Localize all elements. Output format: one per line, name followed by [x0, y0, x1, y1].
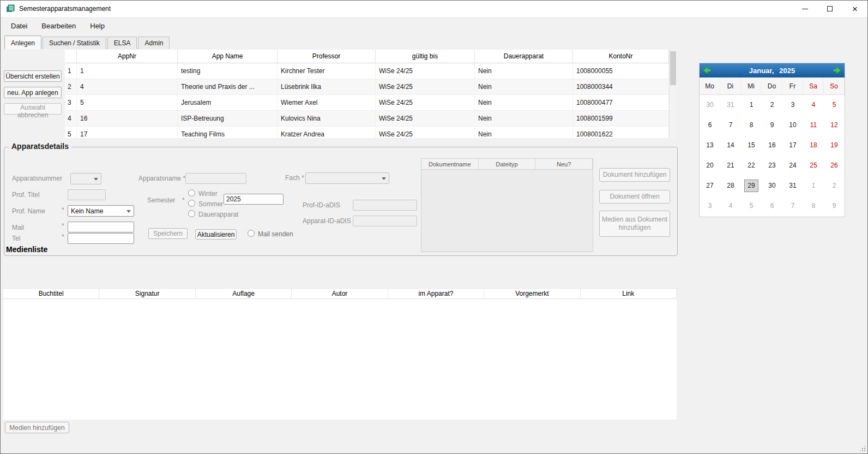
- prof-id-adis-input[interactable]: [353, 200, 417, 211]
- titlebar[interactable]: Semesterapparatsmanagement ×: [1, 1, 867, 17]
- calendar-day[interactable]: 4: [803, 95, 824, 115]
- apparatsnummer-select[interactable]: [70, 173, 101, 184]
- aktualisieren-button[interactable]: Aktualisieren: [195, 229, 237, 240]
- col-app-name[interactable]: App Name: [178, 50, 278, 63]
- calendar-day[interactable]: 31: [720, 95, 741, 115]
- calendar-day[interactable]: 8: [803, 196, 824, 216]
- menu-datei[interactable]: Datei: [4, 18, 34, 34]
- maximize-button[interactable]: [817, 1, 842, 17]
- calendar-day[interactable]: 18: [803, 135, 824, 156]
- col-kontonr[interactable]: KontoNr: [573, 50, 669, 63]
- medien-aus-dokument-button[interactable]: Medien aus Dokument hinzufügen: [599, 211, 670, 237]
- calendar-day[interactable]: 7: [720, 115, 741, 135]
- col-im-apparat[interactable]: im Apparat?: [388, 289, 484, 298]
- tab-anlegen[interactable]: Anlegen: [4, 35, 41, 49]
- calendar-day[interactable]: 3: [782, 95, 803, 115]
- app-table-row[interactable]: 1 1 testing Kirchner Tester WiSe 24/25 N…: [65, 63, 677, 79]
- col-link[interactable]: Link: [581, 289, 677, 298]
- app-table-row[interactable]: 2 4 Theorie und Praxis der ... Lüsebrink…: [65, 79, 677, 95]
- fach-select[interactable]: [305, 172, 389, 184]
- calendar-day[interactable]: 20: [700, 156, 720, 176]
- calendar-day[interactable]: 17: [782, 135, 803, 156]
- calendar-day[interactable]: 6: [762, 196, 782, 216]
- calendar-day[interactable]: 2: [824, 176, 845, 196]
- calendar-day[interactable]: 14: [720, 135, 741, 156]
- calendar-day[interactable]: 23: [762, 156, 782, 176]
- calendar-day[interactable]: 1: [803, 176, 824, 196]
- calendar-day[interactable]: 7: [782, 196, 803, 216]
- calendar-day[interactable]: 28: [720, 176, 741, 196]
- col-appnr[interactable]: AppNr: [77, 50, 178, 63]
- calendar-day[interactable]: 3: [700, 196, 720, 216]
- calendar-day[interactable]: 29: [741, 176, 762, 196]
- menu-help[interactable]: Help: [83, 18, 112, 34]
- calendar-day[interactable]: 5: [824, 95, 845, 115]
- col-professor[interactable]: Professor: [278, 50, 376, 63]
- tel-input[interactable]: [68, 233, 134, 244]
- menu-bearbeiten[interactable]: Bearbeiten: [34, 18, 83, 34]
- calendar-day[interactable]: 11: [803, 115, 824, 135]
- calendar-day[interactable]: 30: [700, 95, 720, 115]
- calendar-day[interactable]: 26: [824, 156, 845, 176]
- app-table-row[interactable]: 5 17 Teaching Films Kratzer Andrea WiSe …: [65, 127, 677, 138]
- calendar-day[interactable]: 9: [762, 115, 782, 135]
- app-table-row[interactable]: 4 16 ISP-Betreuung Kulovics Nina WiSe 24…: [65, 111, 677, 127]
- tab-suchen-statistik[interactable]: Suchen / Statistik: [43, 37, 106, 49]
- calendar-day[interactable]: 22: [741, 156, 762, 176]
- calendar-day[interactable]: 21: [720, 156, 741, 176]
- medien-hinzufuegen-button[interactable]: Medien hinzufügen: [5, 422, 69, 433]
- calendar-day[interactable]: 10: [782, 115, 803, 135]
- calendar-day[interactable]: 19: [824, 135, 845, 156]
- calendar-day[interactable]: 25: [803, 156, 824, 176]
- apparatsname-input[interactable]: [185, 173, 246, 184]
- col-auflage[interactable]: Auflage: [196, 289, 292, 298]
- auswahl-abbrechen-button[interactable]: Auswahl abbrechen: [4, 103, 62, 115]
- prof-name-select[interactable]: Kein Name: [68, 205, 134, 217]
- calendar-next-button[interactable]: [829, 63, 845, 77]
- calendar-day[interactable]: 24: [782, 156, 803, 176]
- calendar-day[interactable]: 4: [720, 196, 741, 216]
- calendar-day[interactable]: 5: [741, 196, 762, 216]
- col-buchtitel[interactable]: Buchtitel: [3, 289, 99, 298]
- mail-senden-checkbox[interactable]: [248, 230, 255, 237]
- col-autor[interactable]: Autor: [292, 289, 388, 298]
- minimize-button[interactable]: [792, 1, 817, 17]
- calendar-day[interactable]: 9: [824, 196, 845, 216]
- calendar-day[interactable]: 27: [700, 176, 720, 196]
- dokument-oeffnen-button[interactable]: Dokument öffnen: [599, 190, 670, 204]
- calendar-day[interactable]: 12: [824, 115, 845, 135]
- dokument-hinzufuegen-button[interactable]: Dokument hinzufügen: [599, 168, 670, 182]
- calendar-day[interactable]: 1: [741, 95, 762, 115]
- uebersicht-erstellen-button[interactable]: Übersicht erstellen: [4, 70, 62, 82]
- calendar-prev-button[interactable]: [700, 63, 715, 77]
- calendar-day[interactable]: 31: [782, 176, 803, 196]
- scrollbar-thumb[interactable]: [670, 51, 676, 85]
- winter-radio[interactable]: [188, 189, 195, 196]
- calendar-day[interactable]: 6: [700, 115, 720, 135]
- app-table-scrollbar[interactable]: [669, 50, 677, 138]
- col-gueltig-bis[interactable]: gültig bis: [376, 50, 475, 63]
- calendar-day[interactable]: 8: [741, 115, 762, 135]
- calendar-day[interactable]: 16: [762, 135, 782, 156]
- col-dokumentname[interactable]: Dokumentname: [421, 159, 479, 169]
- prof-titel-input[interactable]: [68, 189, 106, 200]
- app-table-row[interactable]: 3 5 Jerusalem Wiemer Axel WiSe 24/25 Nei…: [65, 95, 677, 111]
- tab-elsa[interactable]: ELSA: [107, 37, 137, 49]
- semester-year-input[interactable]: 2025: [224, 194, 284, 205]
- col-dauerapparat[interactable]: Dauerapparat: [475, 50, 573, 63]
- mail-input[interactable]: [68, 222, 134, 232]
- resize-grip[interactable]: [860, 446, 865, 451]
- col-dateityp[interactable]: Dateityp: [479, 159, 536, 169]
- calendar-day[interactable]: 15: [741, 135, 762, 156]
- calendar-day[interactable]: 30: [762, 176, 782, 196]
- col-neu[interactable]: Neu?: [535, 159, 593, 169]
- close-button[interactable]: ×: [842, 1, 867, 17]
- dauerapparat-radio[interactable]: [188, 210, 195, 217]
- calendar-day[interactable]: 13: [700, 135, 720, 156]
- col-vorgemerkt[interactable]: Vorgemerkt: [484, 289, 580, 298]
- neue-app-anlegen-button[interactable]: neu. App anlegen: [4, 87, 62, 98]
- calendar-day[interactable]: 2: [762, 95, 782, 115]
- sommer-radio[interactable]: [188, 200, 195, 207]
- apparat-id-adis-input[interactable]: [353, 216, 417, 226]
- col-signatur[interactable]: Signatur: [99, 289, 195, 298]
